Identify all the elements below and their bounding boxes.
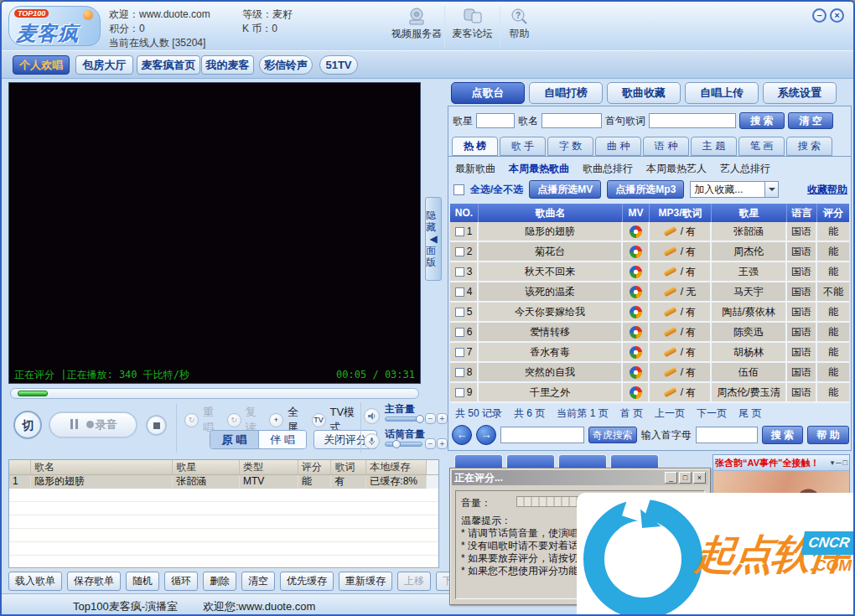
video-player[interactable]: 正在评分 |正在播放: 340 千比特/秒 00:05 / 03:31 xyxy=(8,82,421,384)
mv-icon[interactable] xyxy=(630,306,642,318)
link-weekly-hot-artists[interactable]: 本周最热艺人 xyxy=(646,162,707,176)
dialog-maximize-button[interactable]: □ xyxy=(679,472,692,484)
row-checkbox[interactable] xyxy=(455,348,464,357)
main-volume-slider[interactable] xyxy=(385,417,422,422)
nav-tab-personal-sing[interactable]: 个人欢唱 xyxy=(13,55,70,75)
lyric-search-input[interactable] xyxy=(649,113,736,128)
tab-self-sing-chart[interactable]: 自唱打榜 xyxy=(529,82,603,104)
mv-icon[interactable] xyxy=(630,386,642,399)
dialog-minimize-button[interactable]: _ xyxy=(665,472,677,484)
delete-button[interactable]: 删除 xyxy=(203,572,236,591)
close-button[interactable]: × xyxy=(830,8,844,23)
mp3-pencil-icon[interactable] xyxy=(663,387,676,397)
singer-name[interactable]: 张韶涵 xyxy=(712,222,787,241)
shuffle-button[interactable]: 随机 xyxy=(126,572,159,591)
covered-tab[interactable] xyxy=(610,454,659,468)
song-name[interactable]: 突然的自我 xyxy=(479,363,623,381)
row-checkbox[interactable] xyxy=(455,308,464,317)
cat-tab-hot-chart[interactable]: 热 榜 xyxy=(452,137,498,156)
mp3-pencil-icon[interactable] xyxy=(663,347,676,357)
mv-icon[interactable] xyxy=(630,286,642,298)
main-volume-minus-button[interactable]: − xyxy=(425,413,436,424)
singer-name[interactable]: 周杰伦/费玉清 xyxy=(712,383,787,401)
ad-minimize-icon[interactable]: ─ xyxy=(836,458,841,467)
tab-song-favorites[interactable]: 歌曲收藏 xyxy=(607,82,681,104)
clear-button[interactable]: 清空 xyxy=(241,572,275,591)
stop-button[interactable] xyxy=(146,415,167,436)
row-checkbox[interactable] xyxy=(455,267,464,277)
play-selected-mv-button[interactable]: 点播所选MV xyxy=(529,180,601,199)
dropdown-arrow-icon[interactable] xyxy=(764,182,778,197)
song-search-input[interactable] xyxy=(542,113,602,128)
covered-tab[interactable] xyxy=(558,454,607,468)
last-page-link[interactable]: 尾 页 xyxy=(738,406,761,421)
recache-button[interactable]: 重新缓存 xyxy=(339,572,392,591)
accompany-button[interactable]: 伴 唱 xyxy=(258,431,306,448)
main-volume-thumb[interactable] xyxy=(416,415,424,423)
record-button[interactable]: 录音 xyxy=(86,417,117,432)
mv-icon[interactable] xyxy=(630,346,642,359)
mv-icon[interactable] xyxy=(630,326,642,339)
covered-tab[interactable] xyxy=(454,454,503,468)
mv-icon[interactable] xyxy=(630,266,642,278)
tab-self-sing-upload[interactable]: 自唱上传 xyxy=(685,82,759,104)
back-button[interactable]: ← xyxy=(452,425,472,445)
priority-cache-button[interactable]: 优先缓存 xyxy=(280,572,334,591)
dialog-close-button[interactable]: × xyxy=(693,472,706,484)
mp3-pencil-icon[interactable] xyxy=(663,367,676,377)
mic-volume-minus-button[interactable]: − xyxy=(425,438,436,449)
mp3-pencil-icon[interactable] xyxy=(663,327,676,337)
main-volume-plus-button[interactable]: + xyxy=(437,413,448,424)
link-weekly-hot-songs[interactable]: 本周最热歌曲 xyxy=(509,162,569,176)
ad-collapse-icon[interactable]: ▾ xyxy=(831,458,835,467)
cut-song-button[interactable]: 切 xyxy=(13,411,42,439)
nav-tab-my-maike[interactable]: 我的麦客 xyxy=(201,55,254,75)
mp3-pencil-icon[interactable] xyxy=(663,307,676,317)
hide-panel-toggle[interactable]: 隐藏 ◀ 面版 xyxy=(425,197,442,281)
load-playlist-button[interactable]: 载入歌单 xyxy=(8,572,62,591)
singer-name[interactable]: 周杰伦 xyxy=(712,242,787,261)
singer-name[interactable]: 伍佰 xyxy=(712,363,787,381)
microphone-icon[interactable] xyxy=(364,433,380,449)
select-all-checkbox[interactable] xyxy=(453,184,464,195)
nav-tab-51tv[interactable]: 51TV xyxy=(319,55,358,75)
forum-button[interactable]: 麦客论坛 xyxy=(444,6,500,48)
search-button[interactable]: 搜 索 xyxy=(739,112,785,129)
prev-page-link[interactable]: 上一页 xyxy=(655,406,685,421)
tab-song-request[interactable]: 点歌台 xyxy=(451,82,525,104)
nav-tab-room-hall[interactable]: 包房大厅 xyxy=(75,55,133,75)
tab-system-settings[interactable]: 系统设置 xyxy=(763,82,837,104)
singer-name[interactable]: 王强 xyxy=(712,262,787,281)
link-newest-songs[interactable]: 最新歌曲 xyxy=(455,162,495,176)
first-page-link[interactable]: 首 页 xyxy=(620,406,643,421)
cat-tab-word-count[interactable]: 字 数 xyxy=(547,137,593,156)
row-checkbox[interactable] xyxy=(455,287,464,297)
singer-name[interactable]: 陈奕迅 xyxy=(712,323,787,341)
letter-help-button[interactable]: 帮 助 xyxy=(807,426,849,444)
cat-tab-theme[interactable]: 主 题 xyxy=(691,137,737,156)
row-checkbox[interactable] xyxy=(455,227,464,236)
mp3-pencil-icon[interactable] xyxy=(663,267,676,277)
mp3-pencil-icon[interactable] xyxy=(663,226,676,236)
save-playlist-button[interactable]: 保存歌单 xyxy=(67,572,121,591)
playlist-row[interactable]: 1 隐形的翅膀 张韶涵 MTV 能 有 已缓存:8% xyxy=(9,475,438,489)
qihu-search-input[interactable] xyxy=(500,427,584,443)
help-button[interactable]: ? 帮助 xyxy=(500,6,538,48)
initial-letter-input[interactable] xyxy=(696,427,758,443)
row-checkbox[interactable] xyxy=(455,247,464,256)
video-server-button[interactable]: 视频服务器 xyxy=(389,6,444,48)
seek-bar[interactable] xyxy=(10,388,419,399)
mic-volume-slider[interactable] xyxy=(385,442,422,447)
covered-tab[interactable] xyxy=(506,454,555,468)
mp3-pencil-icon[interactable] xyxy=(663,287,676,297)
singer-name[interactable]: 陶喆/蔡依林 xyxy=(712,303,787,321)
cat-tab-language[interactable]: 语 种 xyxy=(643,137,689,156)
row-checkbox[interactable] xyxy=(455,368,464,377)
pause-icon[interactable] xyxy=(70,419,80,432)
nav-tab-homepage[interactable]: 麦客疯首页 xyxy=(137,55,200,75)
mp3-pencil-icon[interactable] xyxy=(663,246,676,256)
singer-name[interactable]: 马天宇 xyxy=(712,282,787,301)
song-name[interactable]: 秋天不回来 xyxy=(479,262,623,281)
cat-tab-stroke[interactable]: 笔 画 xyxy=(738,137,785,156)
qihu-search-button[interactable]: 奇虎搜索 xyxy=(588,427,637,443)
